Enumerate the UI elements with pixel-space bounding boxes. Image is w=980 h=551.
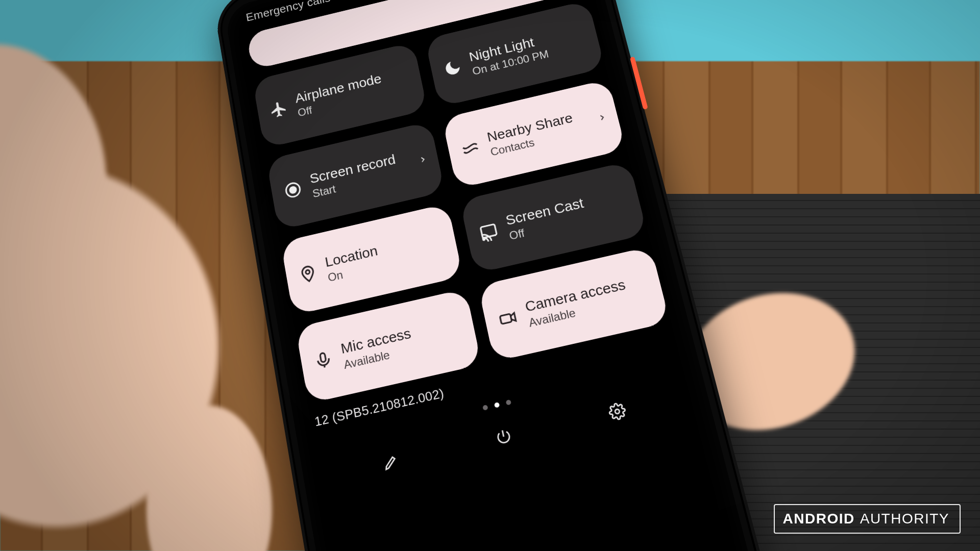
quick-settings-panel: Emergency calls only 1 day, 2 hr [224,0,759,551]
settings-button[interactable] [596,390,639,433]
microphone-icon [312,349,334,372]
power-menu-button[interactable] [483,415,524,458]
location-pin-icon [297,262,318,285]
moon-icon [442,57,464,79]
watermark-thin: AUTHORITY [860,511,949,527]
airplane-icon [268,99,289,120]
watermark-android-authority: ANDROID AUTHORITY [774,504,961,534]
page-dot[interactable] [506,399,512,406]
svg-point-7 [483,238,485,240]
cast-icon [477,220,500,243]
phone-wrapper: Emergency calls only 1 day, 2 hr [219,0,730,551]
edit-tiles-button[interactable] [371,441,411,483]
chevron-right-icon [596,112,607,123]
svg-point-4 [305,270,310,274]
page-dot-active[interactable] [494,402,500,408]
phone-body: Emergency calls only 1 day, 2 hr [212,0,778,551]
record-icon [282,179,304,201]
qs-tiles-grid: Airplane mode Off Screen record [252,0,670,404]
svg-rect-5 [320,353,326,362]
watermark-bold: ANDROID [783,511,855,527]
phone-screen: Emergency calls only 1 day, 2 hr [224,0,759,551]
svg-point-3 [289,186,297,193]
chevron-right-icon [418,154,428,165]
scene-photo: Emergency calls only 1 day, 2 hr [0,0,980,551]
svg-rect-8 [500,314,512,324]
power-button[interactable] [630,57,648,110]
camera-icon [496,307,520,330]
svg-point-9 [615,409,620,414]
page-dot[interactable] [482,405,488,411]
nearby-share-icon [459,137,482,159]
